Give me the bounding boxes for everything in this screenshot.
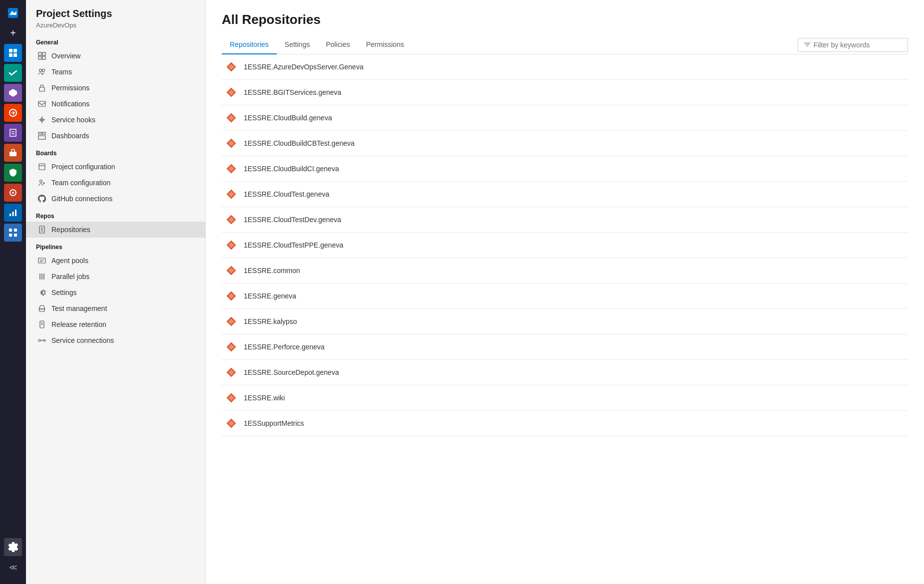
- notifications-item[interactable]: Notifications: [26, 96, 205, 112]
- repo-name: 1ESSRE.wiki: [244, 394, 285, 402]
- repository-list-item[interactable]: 1ESSRE.CloudTest.geneva: [222, 182, 908, 207]
- settings-tab[interactable]: Settings: [277, 35, 318, 54]
- svg-rect-18: [14, 234, 17, 237]
- team-config-icon: [37, 178, 46, 187]
- svg-point-24: [42, 69, 45, 72]
- repos-nav-icon[interactable]: [4, 84, 22, 102]
- error-nav-icon[interactable]: [4, 184, 22, 202]
- repo-diamond-icon: [226, 189, 237, 200]
- svg-rect-21: [38, 56, 41, 59]
- repository-list-item[interactable]: 1ESSRE.CloudTestPPE.geneva: [222, 233, 908, 258]
- repository-list-item[interactable]: 1ESSRE.Perforce.geneva: [222, 334, 908, 360]
- repo-name: 1ESSRE.CloudTestDev.geneva: [244, 216, 341, 224]
- release-retention-icon: [37, 320, 46, 329]
- svg-rect-19: [38, 52, 41, 55]
- settings-bottom-icon[interactable]: [4, 538, 22, 556]
- svg-rect-8: [9, 152, 16, 156]
- repositories-item[interactable]: Repositories: [26, 222, 205, 238]
- boards-nav-icon[interactable]: [4, 44, 22, 62]
- github-connections-item[interactable]: GitHub connections: [26, 191, 205, 207]
- add-button[interactable]: +: [4, 24, 22, 42]
- svg-rect-15: [9, 229, 12, 232]
- svg-point-49: [43, 339, 45, 341]
- filter-input[interactable]: [814, 41, 902, 49]
- github-icon: [37, 194, 46, 203]
- azure-devops-logo[interactable]: [4, 4, 22, 22]
- svg-rect-12: [9, 214, 11, 216]
- repo-name: 1ESSRE.kalypso: [244, 317, 297, 325]
- svg-rect-17: [9, 234, 12, 237]
- notifications-icon: [37, 99, 46, 108]
- repo-name: 1ESSRE.geneva: [244, 292, 296, 300]
- repository-list-item[interactable]: 1ESSRE.CloudTestDev.geneva: [222, 207, 908, 233]
- project-configuration-item[interactable]: Project configuration: [26, 159, 205, 175]
- extensions-nav-icon[interactable]: [4, 224, 22, 242]
- repo-name: 1ESSRE.CloudBuildCBTest.geneva: [244, 139, 355, 147]
- work-items-nav-icon[interactable]: [4, 64, 22, 82]
- repo-name: 1ESSRE.Perforce.geneva: [244, 343, 325, 351]
- svg-rect-3: [9, 53, 12, 57]
- svg-point-48: [38, 339, 40, 341]
- agent-pools-icon: [37, 256, 46, 265]
- parallel-jobs-item[interactable]: Parallel jobs: [26, 269, 205, 285]
- collapse-sidebar-icon[interactable]: ≪: [4, 558, 22, 576]
- service-hooks-item[interactable]: Service hooks: [26, 112, 205, 128]
- repository-list-item[interactable]: 1ESSRE.geneva: [222, 284, 908, 309]
- permissions-item[interactable]: Permissions: [26, 80, 205, 96]
- repo-diamond-icon: [226, 418, 237, 429]
- artifacts-nav-icon[interactable]: [4, 144, 22, 162]
- repositories-tab[interactable]: Repositories: [222, 35, 277, 54]
- filter-icon: [804, 41, 811, 48]
- agent-pools-item[interactable]: Agent pools: [26, 253, 205, 269]
- service-connections-item[interactable]: Service connections: [26, 332, 205, 348]
- main-title: All Repositories: [222, 12, 908, 27]
- teams-item[interactable]: Teams: [26, 64, 205, 80]
- repo-name: 1ESSRE.CloudTestPPE.geneva: [244, 241, 343, 249]
- svg-rect-26: [38, 101, 45, 106]
- pipeline-settings-item[interactable]: Settings: [26, 285, 205, 300]
- repository-list-item[interactable]: 1ESSRE.wiki: [222, 385, 908, 411]
- repository-list: 1ESSRE.AzureDevOpsServer.Geneva 1ESSRE.B…: [222, 54, 908, 436]
- overview-item[interactable]: Overview: [26, 48, 205, 64]
- pipelines-nav-icon[interactable]: [4, 104, 22, 122]
- repository-list-item[interactable]: 1ESSRE.common: [222, 258, 908, 284]
- repository-list-item[interactable]: 1ESSRE.BGITServices.geneva: [222, 80, 908, 105]
- analytics-nav-icon[interactable]: [4, 204, 22, 222]
- svg-rect-25: [39, 87, 44, 91]
- repo-name: 1ESSRE.BGITServices.geneva: [244, 88, 341, 96]
- repository-list-item[interactable]: 1ESSRE.SourceDepot.geneva: [222, 360, 908, 385]
- sidebar-header: Project Settings AzureDevOps: [26, 0, 205, 33]
- main-content-area: All Repositories Repositories Settings P…: [206, 0, 924, 584]
- test-management-item[interactable]: Test management: [26, 300, 205, 316]
- svg-rect-2: [13, 49, 17, 52]
- repo-diamond-icon: [226, 87, 237, 98]
- repo-diamond-icon: [226, 214, 237, 225]
- svg-rect-28: [38, 132, 41, 134]
- sidebar: Project Settings AzureDevOps General Ove…: [26, 0, 206, 584]
- repository-list-item[interactable]: 1ESSupportMetrics: [222, 411, 908, 436]
- repo-diamond-icon: [226, 316, 237, 327]
- repo-name: 1ESSRE.SourceDepot.geneva: [244, 368, 339, 376]
- repository-list-item[interactable]: 1ESSRE.CloudBuildCI.geneva: [222, 156, 908, 182]
- teams-icon: [37, 67, 46, 76]
- repository-list-item[interactable]: 1ESSRE.CloudBuild.geneva: [222, 105, 908, 131]
- svg-point-33: [40, 180, 42, 183]
- svg-rect-20: [42, 52, 45, 55]
- permissions-tab[interactable]: Permissions: [358, 35, 412, 54]
- policies-tab[interactable]: Policies: [318, 35, 358, 54]
- team-configuration-item[interactable]: Team configuration: [26, 175, 205, 191]
- release-retention-item[interactable]: Release retention: [26, 316, 205, 332]
- svg-rect-30: [38, 136, 45, 139]
- svg-rect-13: [12, 212, 14, 216]
- repository-list-item[interactable]: 1ESSRE.kalypso: [222, 309, 908, 334]
- svg-rect-4: [13, 53, 17, 57]
- security-nav-icon[interactable]: [4, 164, 22, 182]
- repository-list-item[interactable]: 1ESSRE.AzureDevOpsServer.Geneva: [222, 54, 908, 80]
- svg-rect-16: [14, 229, 17, 232]
- filter-input-container[interactable]: [798, 38, 908, 52]
- repository-list-item[interactable]: 1ESSRE.CloudBuildCBTest.geneva: [222, 131, 908, 156]
- test-plans-nav-icon[interactable]: [4, 124, 22, 142]
- repos-section-label: Repos: [26, 207, 205, 222]
- repo-name: 1ESSRE.common: [244, 267, 300, 275]
- dashboards-item[interactable]: Dashboards: [26, 128, 205, 144]
